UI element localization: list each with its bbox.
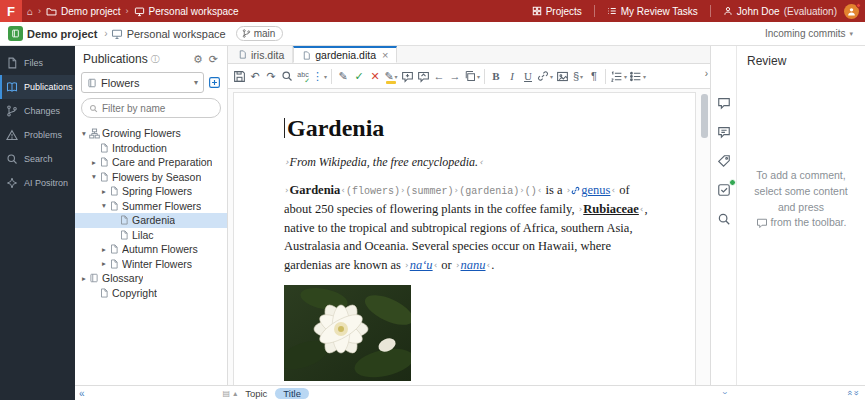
accept-change-button[interactable]: ✓: [351, 66, 367, 86]
sidebar-item-files[interactable]: Files: [0, 51, 75, 75]
user-menu[interactable]: John Doe (Evaluation): [718, 0, 842, 22]
save-button[interactable]: [231, 66, 247, 86]
sidebar-item-problems[interactable]: Problems: [0, 123, 75, 147]
tree-item-gardenia[interactable]: Gardenia: [75, 213, 227, 228]
chevron-right-icon[interactable]: ▸: [99, 259, 109, 268]
info-icon[interactable]: ⓘ: [151, 53, 160, 66]
edit-comment-button[interactable]: [415, 66, 431, 86]
undo-button[interactable]: ↶: [247, 66, 263, 86]
expand-review-button[interactable]: ›: [720, 392, 730, 395]
unordered-list-button[interactable]: ▾: [628, 66, 647, 86]
link-button[interactable]: ▾: [536, 66, 554, 86]
refresh-icon[interactable]: ⟳: [206, 53, 221, 66]
scrollbar-thumb[interactable]: [701, 94, 708, 138]
chevron-right-icon[interactable]: ▸: [79, 274, 89, 283]
chevron-down-icon[interactable]: ▾: [99, 201, 109, 210]
redo-button[interactable]: ↷: [263, 66, 279, 86]
toolbar-overflow-button[interactable]: ›: [705, 68, 708, 79]
next-change-button[interactable]: →: [447, 66, 463, 86]
chevron-right-icon[interactable]: ▸: [89, 158, 99, 167]
search-comments-tab[interactable]: [715, 210, 733, 228]
topic-icon: [99, 143, 112, 153]
tree-item-winter-flowers[interactable]: ▸ Winter Flowers: [75, 257, 227, 272]
paragraph-button[interactable]: ¶: [586, 66, 602, 86]
link-genus[interactable]: genus: [581, 183, 610, 197]
find-replace-button[interactable]: [279, 66, 295, 86]
tree-item-care-and-preparation[interactable]: ▸ Care and Preparation: [75, 155, 227, 170]
compare-button[interactable]: ▾: [463, 66, 481, 86]
tags-tab[interactable]: [715, 152, 733, 170]
link-nanu[interactable]: nanu: [461, 258, 486, 272]
highlight-button[interactable]: ✎▾: [383, 66, 399, 86]
breadcrumb-project[interactable]: Demo project: [41, 0, 125, 22]
link-nau[interactable]: naʻu: [410, 258, 433, 272]
italic-button[interactable]: I: [504, 66, 520, 86]
chevron-right-icon[interactable]: ▸: [99, 187, 109, 196]
incoming-commits-button[interactable]: Incoming commits ▾: [765, 28, 857, 39]
sidebar-item-changes[interactable]: Changes: [0, 99, 75, 123]
bold-button[interactable]: B: [488, 66, 504, 86]
sidebar-item-ai-positron[interactable]: AI Positron: [0, 171, 75, 195]
breadcrumb-menu-icon[interactable]: ▤: [223, 389, 231, 398]
document-page[interactable]: Gardenia ›From Wikipedia, the free encyc…: [233, 92, 696, 385]
review-tasks-tab[interactable]: [715, 181, 733, 199]
editor-scrollbar[interactable]: [700, 91, 708, 383]
sidebar-item-label: AI Positron: [24, 178, 68, 188]
filter-input[interactable]: [102, 103, 213, 114]
comments-tab[interactable]: [715, 94, 733, 112]
underline-button[interactable]: U: [520, 66, 536, 86]
sidebar-item-publications[interactable]: Publications: [0, 75, 75, 99]
tree-item-spring-flowers[interactable]: ▸ Spring Flowers: [75, 184, 227, 199]
review-tasks-button[interactable]: My Review Tasks: [602, 0, 703, 22]
project-name[interactable]: Demo project: [27, 28, 97, 40]
tree-item-introduction[interactable]: Introduction: [75, 141, 227, 156]
tab-iris[interactable]: iris.dita: [230, 46, 293, 63]
insert-image-button[interactable]: [554, 66, 570, 86]
tree-item-growing-flowers[interactable]: ▾ Growing Flowers: [75, 126, 227, 141]
annotations-tab[interactable]: [715, 123, 733, 141]
branch-selector[interactable]: main: [236, 26, 284, 41]
scroll-up-icon[interactable]: ▴: [233, 389, 237, 398]
tree-item-summer-flowers[interactable]: ▾ Summer Flowers: [75, 199, 227, 214]
ordered-list-button[interactable]: ▾: [609, 66, 628, 86]
more-options-button[interactable]: ⋮▾: [311, 66, 328, 86]
previous-change-button[interactable]: ←: [431, 66, 447, 86]
chevron-down-icon[interactable]: ▾: [79, 129, 89, 138]
paragraph-1[interactable]: ›Gardenia‹(flowers)›(summer)›(gardenia)›…: [284, 181, 653, 275]
document-subtitle[interactable]: ›From Wikipedia, the free encyclopedia.‹: [284, 155, 653, 170]
app-logo[interactable]: F: [0, 0, 22, 22]
tree-item-copyright[interactable]: Copyright: [75, 286, 227, 301]
track-changes-button[interactable]: ✎: [335, 66, 351, 86]
chevron-right-icon[interactable]: ▸: [99, 245, 109, 254]
tab-gardenia[interactable]: gardenia.dita ×: [293, 46, 397, 63]
chevrons-down-icon[interactable]: «: [850, 390, 860, 395]
projects-button[interactable]: Projects: [527, 0, 587, 22]
section-button[interactable]: §▾: [570, 66, 586, 86]
breadcrumb-topic[interactable]: Topic: [240, 388, 272, 399]
breadcrumb-workspace[interactable]: Personal workspace: [129, 0, 244, 22]
spell-check-button[interactable]: abc✓: [295, 66, 311, 86]
gear-icon[interactable]: ⚙: [190, 53, 206, 66]
figure-block[interactable]: ›: [284, 285, 653, 385]
tree-filter[interactable]: [81, 98, 221, 118]
workspace-name[interactable]: Personal workspace: [127, 28, 226, 40]
tree-item-lilac[interactable]: Lilac: [75, 228, 227, 243]
gardenia-image[interactable]: [284, 285, 411, 381]
sidebar-item-search[interactable]: Search: [0, 147, 75, 171]
tree-item-glossary[interactable]: ▸ Glossary: [75, 271, 227, 286]
open-map-button[interactable]: [208, 76, 221, 89]
chevron-down-icon[interactable]: ▾: [89, 172, 99, 181]
breadcrumb-title[interactable]: Title: [275, 388, 309, 399]
document-canvas[interactable]: Gardenia ›From Wikipedia, the free encyc…: [228, 89, 710, 385]
collapse-panel-button[interactable]: «: [79, 388, 85, 399]
avatar[interactable]: [844, 4, 859, 19]
navigate-elements-buttons[interactable]: « «: [847, 388, 861, 398]
document-title[interactable]: Gardenia: [284, 115, 653, 142]
add-comment-button[interactable]: [399, 66, 415, 86]
tree-item-autumn-flowers[interactable]: ▸ Autumn Flowers: [75, 242, 227, 257]
publication-selector[interactable]: Flowers ▾: [81, 72, 204, 93]
reject-change-button[interactable]: ✕: [367, 66, 383, 86]
close-icon[interactable]: ×: [382, 49, 388, 61]
tree-item-flowers-by-season[interactable]: ▾ Flowers by Season: [75, 170, 227, 185]
home-button[interactable]: ⌂: [22, 0, 38, 22]
